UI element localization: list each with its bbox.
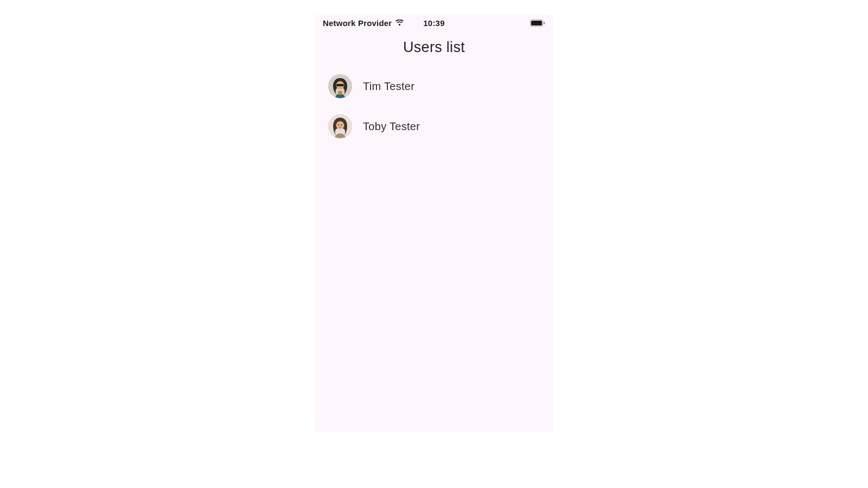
clock: 10:39 (423, 18, 444, 28)
carrier-label: Network Provider (323, 18, 392, 28)
users-list: Tim Tester Toby Tester (315, 69, 553, 144)
svg-point-7 (336, 121, 344, 130)
phone-frame: Network Provider 10:39 Users list (315, 15, 553, 432)
list-item[interactable]: Toby Tester (328, 109, 540, 144)
svg-point-8 (338, 124, 339, 125)
wifi-icon (395, 20, 404, 26)
user-name: Tim Tester (363, 80, 414, 93)
svg-point-9 (341, 124, 342, 125)
svg-rect-1 (531, 21, 542, 25)
svg-rect-2 (544, 22, 545, 24)
svg-rect-5 (336, 84, 344, 86)
status-bar-right (530, 20, 545, 27)
avatar (328, 74, 352, 98)
page-title: Users list (315, 39, 553, 56)
status-bar: Network Provider 10:39 (315, 15, 553, 30)
battery-icon (530, 20, 545, 27)
list-item[interactable]: Tim Tester (328, 69, 540, 104)
user-name: Toby Tester (363, 120, 420, 133)
avatar (328, 114, 352, 138)
status-bar-left: Network Provider (323, 18, 404, 28)
